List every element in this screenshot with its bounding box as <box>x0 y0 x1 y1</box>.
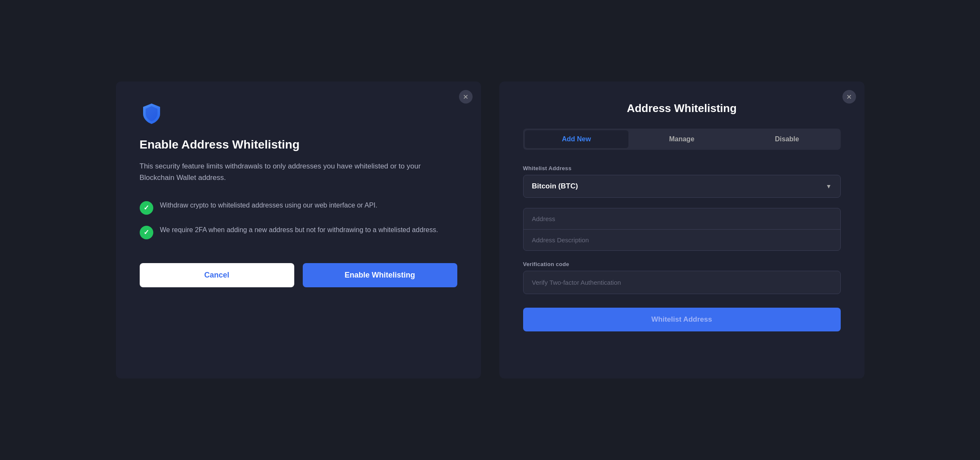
close-icon: ✕ <box>463 93 468 101</box>
check-icon-2 <box>140 226 153 239</box>
right-modal: ✕ Address Whitelisting Add New Manage Di… <box>499 81 865 379</box>
feature-text-2: We require 2FA when adding a new address… <box>160 225 438 235</box>
left-modal: ✕ Enable Address Whitelisting This secur… <box>116 81 481 379</box>
left-modal-description: This security feature limits withdrawals… <box>140 160 428 183</box>
check-icon-1 <box>140 201 153 215</box>
right-modal-title: Address Whitelisting <box>523 102 841 115</box>
address-fields-container <box>523 208 841 251</box>
verification-group: Verification code <box>523 261 841 294</box>
verification-code-label: Verification code <box>523 261 841 267</box>
left-modal-close-button[interactable]: ✕ <box>459 90 473 104</box>
verification-input[interactable] <box>523 271 841 294</box>
whitelist-address-label: Whitelist Address <box>523 165 841 171</box>
whitelist-address-group: Whitelist Address Bitcoin (BTC) ▼ <box>523 165 841 198</box>
right-modal-close-button[interactable]: ✕ <box>842 90 856 104</box>
shield-icon <box>140 102 457 127</box>
enable-whitelisting-button[interactable]: Enable Whitelisting <box>303 263 457 287</box>
modal-divider <box>490 81 491 379</box>
feature-item-1: Withdraw crypto to whitelisted addresses… <box>140 200 457 215</box>
feature-text-1: Withdraw crypto to whitelisted addresses… <box>160 200 377 210</box>
tab-manage[interactable]: Manage <box>630 130 734 148</box>
chevron-down-icon: ▼ <box>826 183 832 190</box>
page-container: ✕ Enable Address Whitelisting This secur… <box>0 0 980 460</box>
left-modal-title: Enable Address Whitelisting <box>140 137 457 152</box>
currency-selected-text: Bitcoin (BTC) <box>532 182 578 191</box>
feature-item-2: We require 2FA when adding a new address… <box>140 225 457 239</box>
address-description-input[interactable] <box>524 230 840 250</box>
feature-list: Withdraw crypto to whitelisted addresses… <box>140 200 457 239</box>
button-row: Cancel Enable Whitelisting <box>140 263 457 287</box>
address-fields-group <box>523 208 841 251</box>
whitelist-address-button[interactable]: Whitelist Address <box>523 308 841 331</box>
currency-select[interactable]: Bitcoin (BTC) ▼ <box>523 175 841 198</box>
tab-bar: Add New Manage Disable <box>523 129 841 150</box>
close-icon-right: ✕ <box>846 93 852 101</box>
address-input[interactable] <box>524 208 840 230</box>
cancel-button[interactable]: Cancel <box>140 263 294 287</box>
tab-disable[interactable]: Disable <box>735 130 839 148</box>
tab-add-new[interactable]: Add New <box>525 130 628 148</box>
